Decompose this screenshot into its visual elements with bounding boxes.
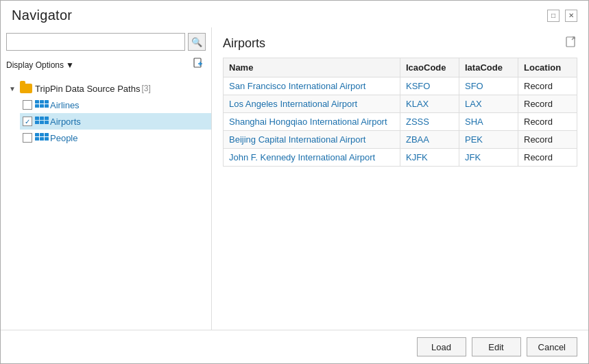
- cell-iata: PEK: [459, 131, 518, 149]
- cell-iata: LAX: [459, 95, 518, 113]
- cell-location: Record: [518, 77, 577, 95]
- col-location: Location: [518, 58, 577, 77]
- table-row: Los Angeles International Airport KLAX L…: [224, 95, 577, 113]
- tree-item-airports[interactable]: ✓ Airports: [20, 113, 211, 130]
- cell-iata: SHA: [459, 113, 518, 131]
- display-options-row: Display Options ▼: [1, 55, 211, 77]
- airports-table: Name IcaoCode IataCode Location San Fran…: [223, 58, 577, 167]
- right-panel: Airports Name IcaoCode IataCode Locati: [212, 27, 588, 330]
- dialog-title: Navigator: [12, 8, 72, 23]
- table-row: San Francisco International Airport KSFO…: [224, 77, 577, 95]
- tree-root-item[interactable]: ▼ TripPin Data Source Paths [3]: [6, 80, 211, 97]
- root-badge: [3]: [141, 84, 150, 93]
- minimize-button[interactable]: □: [547, 10, 560, 22]
- panel-action-button[interactable]: [565, 36, 577, 51]
- root-label: TripPin Data Source Paths: [35, 84, 140, 94]
- cell-icao: ZSSS: [400, 113, 459, 131]
- child-items: Airlines ✓ Airports: [6, 97, 211, 146]
- search-input[interactable]: [6, 33, 185, 51]
- airlines-checkbox[interactable]: [23, 100, 32, 110]
- new-datasource-button[interactable]: [192, 56, 206, 73]
- people-checkbox[interactable]: [23, 133, 32, 143]
- col-icao: IcaoCode: [400, 58, 459, 77]
- tree-item-people[interactable]: People: [20, 130, 211, 146]
- footer: Load Edit Cancel: [1, 330, 588, 363]
- content-area: 🔍 Display Options ▼: [1, 27, 588, 330]
- expand-arrow: ▼: [9, 85, 20, 93]
- col-name: Name: [224, 58, 400, 77]
- airlines-label: Airlines: [50, 100, 80, 110]
- window-controls: □ ✕: [547, 10, 577, 22]
- cell-location: Record: [518, 95, 577, 113]
- people-table-icon: [35, 133, 47, 143]
- cell-location: Record: [518, 131, 577, 149]
- cell-icao: KSFO: [400, 77, 459, 95]
- cancel-button[interactable]: Cancel: [527, 337, 577, 356]
- display-options-arrow: ▼: [66, 60, 74, 70]
- folder-icon: [20, 84, 32, 93]
- airlines-table-icon: [35, 100, 47, 110]
- cell-icao: ZBAA: [400, 131, 459, 149]
- people-label: People: [50, 133, 77, 143]
- navigator-dialog: Navigator □ ✕ 🔍 Display Options ▼: [0, 0, 589, 364]
- left-panel: 🔍 Display Options ▼: [1, 27, 212, 330]
- table-row: Beijing Capital International Airport ZB…: [224, 131, 577, 149]
- tree-item-airlines[interactable]: Airlines: [20, 97, 211, 113]
- table-header-row: Name IcaoCode IataCode Location: [224, 58, 577, 77]
- tree-area: ▼ TripPin Data Source Paths [3]: [1, 77, 211, 330]
- cell-name: Shanghai Hongqiao International Airport: [224, 113, 400, 131]
- cell-name: Beijing Capital International Airport: [224, 131, 400, 149]
- table-row: Shanghai Hongqiao International Airport …: [224, 113, 577, 131]
- airports-table-icon: [35, 117, 47, 126]
- table-body: San Francisco International Airport KSFO…: [224, 77, 577, 167]
- tree-root: ▼ TripPin Data Source Paths [3]: [1, 79, 211, 147]
- col-iata: IataCode: [459, 58, 518, 77]
- cell-iata: SFO: [459, 77, 518, 95]
- cell-location: Record: [518, 149, 577, 167]
- cell-iata: JFK: [459, 149, 518, 167]
- title-bar: Navigator □ ✕: [1, 1, 588, 27]
- display-options-button[interactable]: Display Options ▼: [6, 60, 74, 70]
- cell-icao: KLAX: [400, 95, 459, 113]
- panel-title: Airports: [223, 36, 265, 51]
- edit-button[interactable]: Edit: [472, 337, 521, 356]
- cell-name: San Francisco International Airport: [224, 77, 400, 95]
- load-button[interactable]: Load: [417, 337, 466, 356]
- cell-icao: KJFK: [400, 149, 459, 167]
- table-row: John F. Kennedy International Airport KJ…: [224, 149, 577, 167]
- airports-checkbox[interactable]: ✓: [23, 117, 32, 126]
- cell-name: John F. Kennedy International Airport: [224, 149, 400, 167]
- search-row: 🔍: [1, 33, 211, 55]
- search-button[interactable]: 🔍: [188, 33, 206, 51]
- display-options-label: Display Options: [6, 60, 64, 70]
- close-button[interactable]: ✕: [565, 10, 577, 22]
- cell-location: Record: [518, 113, 577, 131]
- panel-header: Airports: [223, 36, 577, 51]
- cell-name: Los Angeles International Airport: [224, 95, 400, 113]
- airports-label: Airports: [50, 117, 81, 127]
